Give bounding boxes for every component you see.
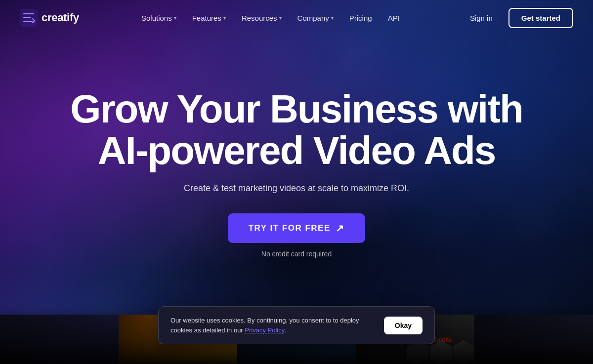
- nav-features[interactable]: Features ▾: [185, 10, 233, 26]
- cookie-message: Our website uses cookies. By continuing,…: [170, 316, 374, 335]
- nav-solutions[interactable]: Solutions ▾: [134, 10, 183, 26]
- creatify-logo-icon: [20, 9, 38, 27]
- nav-links: Solutions ▾ Features ▾ Resources ▾ Compa…: [134, 10, 407, 26]
- nav-company[interactable]: Company ▾: [291, 10, 340, 26]
- nav-actions: Sign in Get started: [462, 8, 573, 28]
- try-free-button[interactable]: TRY IT FOR FREE ↗: [228, 213, 366, 243]
- logo-text: creatify: [42, 11, 79, 24]
- navbar: creatify Solutions ▾ Features ▾ Resource…: [0, 0, 593, 36]
- cookie-banner: Our website uses cookies. By continuing,…: [158, 306, 435, 344]
- arrow-icon: ↗: [336, 222, 345, 234]
- hero-title: Grow Your Business with AI-powered Video…: [62, 88, 531, 171]
- nav-api[interactable]: API: [381, 10, 407, 26]
- privacy-policy-link[interactable]: Privacy Policy: [245, 326, 284, 334]
- chevron-down-icon: ▾: [331, 15, 334, 21]
- signin-button[interactable]: Sign in: [462, 10, 501, 26]
- hero-section: Grow Your Business with AI-powered Video…: [0, 0, 593, 316]
- logo-link[interactable]: creatify: [20, 9, 79, 27]
- chevron-down-icon: ▾: [279, 15, 282, 21]
- get-started-button[interactable]: Get started: [508, 8, 573, 28]
- hero-subtitle: Create & test marketing videos at scale …: [184, 183, 409, 194]
- cookie-okay-button[interactable]: Okay: [384, 317, 423, 334]
- no-credit-label: No credit card required: [261, 250, 332, 258]
- chevron-down-icon: ▾: [174, 15, 176, 21]
- nav-pricing[interactable]: Pricing: [342, 10, 379, 26]
- nav-resources[interactable]: Resources ▾: [235, 10, 289, 26]
- chevron-down-icon: ▾: [223, 15, 226, 21]
